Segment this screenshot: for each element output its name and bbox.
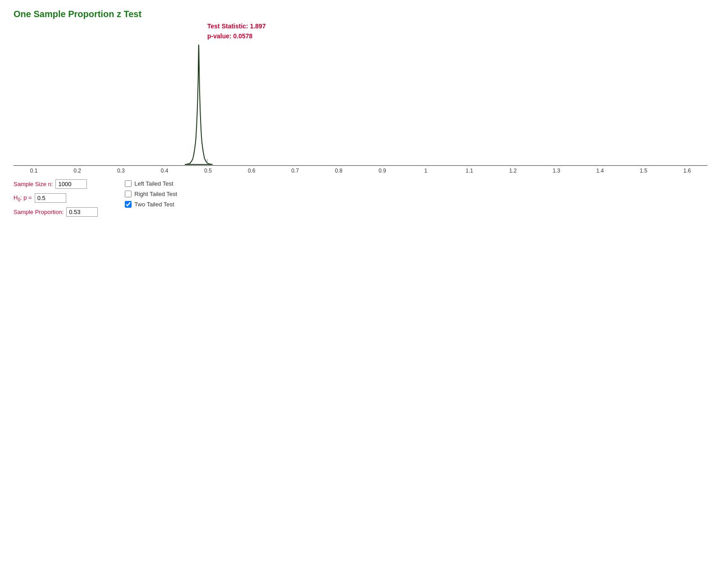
x-label-13: 1.3 (536, 168, 577, 174)
x-label-12: 1.2 (493, 168, 533, 174)
x-label-06: 0.6 (231, 168, 272, 174)
p-value: p-value: 0.0578 (207, 32, 266, 40)
controls: Sample Size n: H0: p = Sample Proportion… (14, 179, 707, 217)
x-label-01: 0.1 (14, 168, 54, 174)
x-label-16: 1.6 (667, 168, 707, 174)
sample-size-input[interactable] (55, 179, 87, 189)
h0-input[interactable] (35, 193, 66, 203)
right-tailed-row: Right Tailed Test (125, 191, 177, 197)
page-title: One Sample Proportion z Test (14, 9, 707, 19)
x-label-03: 0.3 (100, 168, 141, 174)
two-tailed-label[interactable]: Two Tailed Test (134, 201, 174, 208)
two-tailed-row: Two Tailed Test (125, 201, 177, 208)
chart-area (14, 44, 707, 166)
sample-size-row: Sample Size n: (14, 179, 98, 189)
test-type-group: Left Tailed Test Right Tailed Test Two T… (125, 180, 177, 208)
x-label-11: 1.1 (449, 168, 490, 174)
sample-prop-input[interactable] (66, 207, 98, 217)
input-group: Sample Size n: H0: p = Sample Proportion… (14, 179, 98, 217)
left-tailed-row: Left Tailed Test (125, 180, 177, 187)
x-label-02: 0.2 (57, 168, 98, 174)
sample-prop-label: Sample Proportion: (14, 209, 64, 215)
x-label-05: 0.5 (188, 168, 228, 174)
sample-size-label: Sample Size n: (14, 181, 53, 187)
x-axis: 0.1 0.2 0.3 0.4 0.5 0.6 0.7 0.8 0.9 1 1.… (14, 166, 707, 174)
x-label-10: 1 (406, 168, 446, 174)
sample-prop-row: Sample Proportion: (14, 207, 98, 217)
h0-label: H0: p = (14, 194, 32, 202)
x-label-08: 0.8 (319, 168, 359, 174)
x-label-04: 0.4 (144, 168, 185, 174)
x-label-09: 0.9 (362, 168, 402, 174)
two-tailed-checkbox[interactable] (125, 201, 132, 208)
h0-row: H0: p = (14, 193, 98, 203)
test-statistic: Test Statistic: 1.897 (207, 23, 266, 30)
right-tailed-checkbox[interactable] (125, 191, 132, 197)
normal-curve (185, 45, 213, 164)
left-tailed-label[interactable]: Left Tailed Test (134, 180, 173, 187)
left-tailed-checkbox[interactable] (125, 180, 132, 187)
svg-rect-0 (14, 44, 707, 165)
x-label-15: 1.5 (623, 168, 664, 174)
right-tailed-label[interactable]: Right Tailed Test (134, 191, 177, 197)
x-label-07: 0.7 (275, 168, 315, 174)
x-label-14: 1.4 (580, 168, 621, 174)
